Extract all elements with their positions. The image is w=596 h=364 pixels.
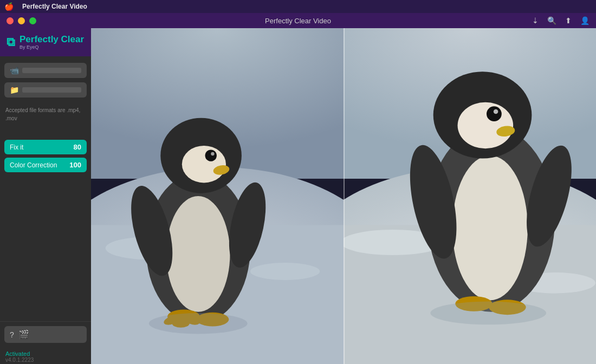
minimize-button[interactable] xyxy=(18,17,25,24)
sidebar-controls: 📹 📁 xyxy=(0,56,91,104)
svg-point-19 xyxy=(149,313,248,334)
svg-point-10 xyxy=(211,152,214,155)
main-content xyxy=(91,28,596,364)
status-section: Activated v4.0.1.2223 xyxy=(0,347,91,364)
video-preview xyxy=(91,28,596,364)
color-correction-value: 100 xyxy=(69,161,81,169)
close-button[interactable] xyxy=(7,17,14,24)
traffic-lights xyxy=(7,17,36,24)
accepted-formats: Accepted file formats are .mp4, .mov xyxy=(0,104,91,125)
video-right-panel xyxy=(344,28,596,364)
svg-point-29 xyxy=(487,106,502,121)
logo-text-container: Perfectly Clear By EyeQ xyxy=(20,35,84,50)
title-bar-icons: ⇣ 🔍 ⬆ 👤 xyxy=(532,16,589,25)
logo-text: Perfectly Clear xyxy=(20,35,84,45)
svg-point-9 xyxy=(205,150,217,161)
maximize-button[interactable] xyxy=(29,17,36,24)
color-correction-slider[interactable]: Color Correction 100 xyxy=(4,158,87,172)
sidebar: ⧉ Perfectly Clear By EyeQ 📹 📁 Accepted f… xyxy=(0,28,91,364)
sidebar-header: ⧉ Perfectly Clear By EyeQ xyxy=(0,28,91,56)
fix-it-label: Fix it xyxy=(10,144,23,151)
video-camera-icon: 📹 xyxy=(10,66,19,75)
help-icon[interactable]: ? xyxy=(10,330,14,339)
svg-point-30 xyxy=(494,109,498,114)
profile-icon[interactable]: 👤 xyxy=(580,16,589,25)
activated-status[interactable]: Activated xyxy=(5,350,86,357)
export-icon[interactable]: 🎬 xyxy=(18,329,29,340)
logo-icon: ⧉ xyxy=(7,35,15,49)
svg-point-28 xyxy=(458,102,514,149)
color-correction-label: Color Correction xyxy=(10,161,57,169)
output-dir-label xyxy=(22,87,81,93)
svg-point-4 xyxy=(250,263,320,280)
wifi-icon[interactable]: ⇣ xyxy=(532,16,539,25)
input-video-button[interactable]: 📹 xyxy=(4,63,87,78)
window-title: Perfectly Clear Video xyxy=(265,17,331,25)
output-dir-button[interactable]: 📁 xyxy=(4,82,87,98)
svg-point-8 xyxy=(182,146,226,183)
svg-point-6 xyxy=(166,196,230,312)
search-icon[interactable]: 🔍 xyxy=(547,16,556,25)
comparison-divider xyxy=(344,28,345,364)
logo-subtext: By EyeQ xyxy=(20,44,84,50)
apple-icon[interactable]: 🍎 xyxy=(4,2,14,11)
fix-it-value: 80 xyxy=(74,143,81,151)
title-bar: Perfectly Clear Video ⇣ 🔍 ⬆ 👤 xyxy=(0,13,596,28)
share-icon[interactable]: ⬆ xyxy=(565,16,572,25)
penguin-after-canvas xyxy=(344,28,596,364)
input-video-label xyxy=(22,68,81,73)
penguin-before-canvas xyxy=(91,28,344,364)
svg-point-26 xyxy=(452,155,528,300)
menu-app-name[interactable]: Perfectly Clear Video xyxy=(22,3,87,10)
slider-section: Fix it 80 Color Correction 100 xyxy=(0,135,91,177)
app-container: ⧉ Perfectly Clear By EyeQ 📹 📁 Accepted f… xyxy=(0,28,596,364)
sidebar-bottom: ? 🎬 xyxy=(0,321,91,347)
bottom-action-row[interactable]: ? 🎬 xyxy=(4,326,87,343)
video-left-panel xyxy=(91,28,344,364)
fix-it-slider[interactable]: Fix it 80 xyxy=(4,140,87,154)
mac-menu-bar: 🍎 Perfectly Clear Video xyxy=(0,0,596,13)
folder-icon: 📁 xyxy=(10,86,19,94)
version-text: v4.0.1.2223 xyxy=(5,357,86,363)
svg-point-36 xyxy=(430,302,546,325)
